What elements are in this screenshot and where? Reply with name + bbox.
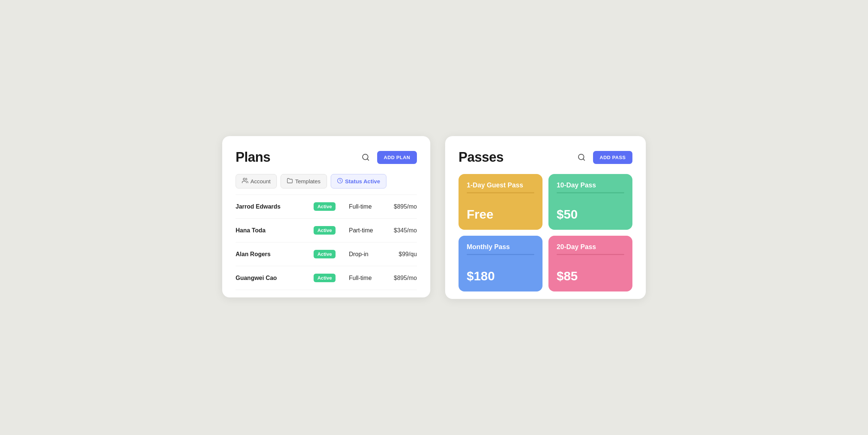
add-plan-button[interactable]: ADD PLAN xyxy=(377,151,417,164)
pass-divider xyxy=(467,254,534,255)
plan-name: Jarrod Edwards xyxy=(236,195,311,219)
tab-account-label: Account xyxy=(250,178,271,184)
plans-title: Plans xyxy=(236,149,271,165)
pass-card-guest-1day[interactable]: 1-Day Guest Pass Free xyxy=(459,174,542,230)
passes-card: Passes ADD PASS 1-Day Guest Pass Free 10… xyxy=(445,136,646,299)
plan-name: Hana Toda xyxy=(236,219,311,242)
table-row[interactable]: Alan Rogers Active Drop-in $99/qu xyxy=(236,242,417,266)
status-badge: Active xyxy=(314,202,336,211)
pass-price: Free xyxy=(467,207,534,222)
svg-line-1 xyxy=(367,159,369,160)
clock-icon xyxy=(337,178,343,185)
tab-account[interactable]: Account xyxy=(236,174,277,188)
pass-name: 10-Day Pass xyxy=(557,181,624,189)
status-badge: Active xyxy=(314,226,336,235)
plan-status-cell: Active xyxy=(311,266,346,290)
passes-search-button[interactable] xyxy=(576,152,587,163)
pass-name: 1-Day Guest Pass xyxy=(467,181,534,189)
plans-search-button[interactable] xyxy=(360,152,371,163)
status-badge: Active xyxy=(314,250,336,258)
svg-point-2 xyxy=(243,178,246,180)
pass-card-pass-20day[interactable]: 20-Day Pass $85 xyxy=(548,236,632,291)
plan-type: Full-time xyxy=(346,195,384,219)
plan-name: Guangwei Cao xyxy=(236,266,311,290)
plans-table: Jarrod Edwards Active Full-time $895/mo … xyxy=(236,194,417,290)
passes-title: Passes xyxy=(459,149,503,165)
pass-price: $85 xyxy=(557,269,624,283)
plan-status-cell: Active xyxy=(311,219,346,242)
tab-status-active[interactable]: Status Active xyxy=(331,174,386,188)
passes-grid: 1-Day Guest Pass Free 10-Day Pass $50 Mo… xyxy=(459,174,632,291)
plan-name: Alan Rogers xyxy=(236,242,311,266)
add-pass-button[interactable]: ADD PASS xyxy=(593,151,632,164)
plan-price: $99/qu xyxy=(384,242,417,266)
passes-search-icon xyxy=(577,153,586,161)
plan-type: Part-time xyxy=(346,219,384,242)
search-icon xyxy=(362,153,370,161)
pass-name: 20-Day Pass xyxy=(557,243,624,251)
plan-price: $345/mo xyxy=(384,219,417,242)
plan-type: Full-time xyxy=(346,266,384,290)
plans-card-actions: ADD PLAN xyxy=(360,151,417,164)
table-row[interactable]: Jarrod Edwards Active Full-time $895/mo xyxy=(236,195,417,219)
plans-card-header: Plans ADD PLAN xyxy=(236,149,417,165)
plans-filter-tabs: Account Templates Status Active xyxy=(236,174,417,188)
plan-status-cell: Active xyxy=(311,195,346,219)
pass-name: Monthly Pass xyxy=(467,243,534,251)
plan-price: $895/mo xyxy=(384,195,417,219)
plan-status-cell: Active xyxy=(311,242,346,266)
pass-divider xyxy=(467,192,534,193)
tab-status-active-label: Status Active xyxy=(345,178,380,184)
plan-price: $895/mo xyxy=(384,266,417,290)
tab-templates[interactable]: Templates xyxy=(281,174,327,188)
account-icon xyxy=(242,177,248,185)
status-badge: Active xyxy=(314,274,336,282)
svg-line-5 xyxy=(583,159,584,160)
tab-templates-label: Templates xyxy=(295,178,320,184)
plan-type: Drop-in xyxy=(346,242,384,266)
table-row[interactable]: Hana Toda Active Part-time $345/mo xyxy=(236,219,417,242)
page-container: Plans ADD PLAN xyxy=(222,136,646,299)
passes-card-header: Passes ADD PASS xyxy=(459,149,632,165)
pass-divider xyxy=(557,192,624,193)
passes-card-actions: ADD PASS xyxy=(576,151,632,164)
pass-divider xyxy=(557,254,624,255)
table-row[interactable]: Guangwei Cao Active Full-time $895/mo xyxy=(236,266,417,290)
templates-icon xyxy=(287,178,293,185)
pass-card-monthly[interactable]: Monthly Pass $180 xyxy=(459,236,542,291)
pass-price: $50 xyxy=(557,207,624,222)
pass-card-pass-10day[interactable]: 10-Day Pass $50 xyxy=(548,174,632,230)
pass-price: $180 xyxy=(467,269,534,283)
plans-card: Plans ADD PLAN xyxy=(222,136,430,297)
